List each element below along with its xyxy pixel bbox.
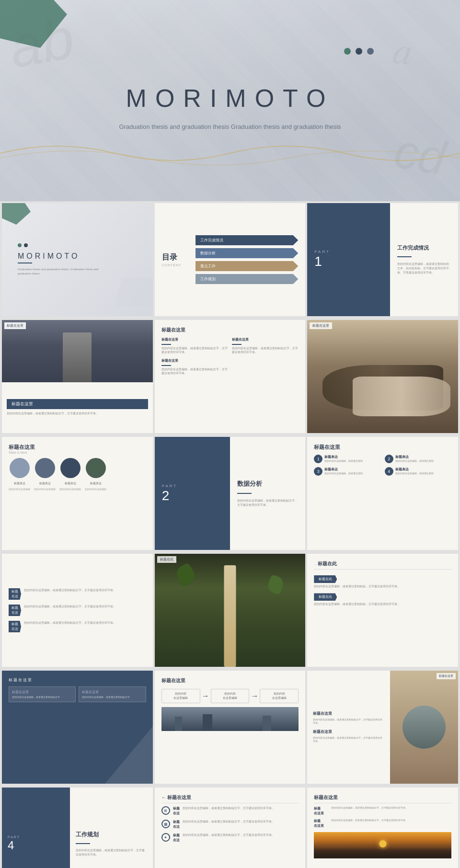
hero-slide: ab cd 𝑎 MORIMOTO Graduation thesis and g… (0, 0, 460, 201)
icon-list-item-1: ⊞ 标题在这 您的内容在这里编辑，或者通过复制粘贴文字，文字建议使用仿宋字体。 (161, 806, 299, 816)
hero-subtitle: Graduation thesis and graduation thesis … (119, 122, 341, 132)
numbered-heading: 标题在这里 (314, 444, 451, 451)
arrow-tag-1: 标题在此 您的内容在这里编辑，或者通过复制粘贴，文字建议使用仿宋字体。 (314, 573, 451, 588)
part1-label: PART (314, 250, 383, 254)
toc-label: 目录 (162, 252, 188, 263)
slide-flow-arrows: 标题在这里 您的内容在这里编辑 → 您的内容在这里编辑 → 您的内容在这里编辑 (155, 671, 306, 784)
slides-row6: PART 4 工作规划 您的内容在这里编辑，或者通过复制粘贴文字，文字建议使用仿… (0, 786, 460, 868)
mini-title: MORIMOTO (18, 252, 137, 261)
icon-list-item-3: ✦ 标题在这 您的内容在这里编辑，或者通过复制粘贴文字，文字建议使用仿宋字体。 (161, 833, 299, 843)
slide-mini-morimoto: MORIMOTO Graduation-thesis and graduatio… (2, 203, 153, 316)
text-list-item-3: 标题在这 您的内容在这里编辑，或者通过复制粘贴文字，文字建议使用仿宋字体。 (9, 621, 146, 632)
part1-num: 1 (314, 254, 383, 269)
circle-item-3: 标题表达 您的内容在这里编辑 (59, 458, 81, 491)
slides-row2: 标题在这里 标题在这里 您的内容在这里编辑，或者通过复制粘贴文字，文字建议使用仿… (0, 318, 460, 435)
num-item-2: 2 标题表达 您的内容在这里编辑，或者通过复制 (385, 455, 451, 463)
text-list-item-2: 标题在这 您的内容在这里编辑，或者通过复制粘贴文字，文字建议使用仿宋字体。 (9, 605, 146, 616)
part4-desc: 您的内容在这里编辑，或者通过复制粘贴文字，文字建议使用仿宋字体。 (76, 848, 147, 857)
circles-heading: 标题在这里 (9, 444, 146, 451)
hero-title: MORIMOTO (126, 84, 334, 113)
slide-bottom-title: 标题在这里 (7, 399, 148, 409)
mini-subtitle: Graduation-thesis and graduation thesis,… (18, 267, 104, 276)
slide-text-list: 标题在这 您的内容在这里编辑，或者通过复制粘贴文字，文字建议使用仿宋字体。 标题… (2, 554, 153, 667)
slide-arrow-tags: → 标题在此 标题在此 您的内容在这里编辑，或者通过复制粘贴，文字建议使用仿宋字… (307, 554, 458, 667)
slide-numbered: 标题在这里 1 标题表达 您的内容在这里编辑，或者通过复制 2 标题表达 您的内… (307, 437, 458, 550)
circles-subheading: Slide is here (9, 451, 146, 454)
slides-row3: 标题在这里 Slide is here 标题表达 您的内容在这里编辑 标题表达 … (0, 435, 460, 552)
slides-row5: 标题在这里 标题在这里 您的内容在这里编辑，或者通过复制粘贴文字 标题在这里 您… (0, 669, 460, 786)
part2-desc: 您的内容在这里编辑，或者通过复制粘贴文字，文字建议使用仿宋字体。 (237, 499, 298, 507)
toc-sublabel: CONTENT (162, 263, 188, 267)
slide-bottom-text: 您的内容在这里编辑，或者通过复制粘贴文字，文字建议使用仿宋字体。 (7, 411, 148, 416)
slide-multi-text: 标题在这里 标题在这里 您的内容在这里编辑，或者通过复制粘贴文字，文字建议使用仿… (155, 320, 306, 433)
toc-item-4: 工作规划 (196, 274, 299, 284)
slide-shoes-photo: 标题在这里 (307, 320, 458, 433)
slide-circles: 标题在这里 Slide is here 标题表达 您的内容在这里编辑 标题表达 … (2, 437, 153, 550)
slides-grid: MORIMOTO Graduation-thesis and graduatio… (0, 201, 460, 318)
arrow-tag-2: 标题在此 您的内容在这里编辑，或者通过复制粘贴，文字建议使用仿宋字体。 (314, 591, 451, 606)
hero-dot-medium (367, 48, 374, 55)
slide-part1: PART 1 工作完成情况 您的内容在这里编辑，或者请过复制你的文本，在此处粘贴… (307, 203, 458, 316)
toc-item-3: 重点工作 (196, 261, 299, 271)
mini-dots (18, 243, 137, 247)
slide-part2: PART 2 数据分析 您的内容在这里编辑，或者通过复制粘贴文字，文字建议使用仿… (155, 437, 306, 550)
toc-item-2: 数据分析 (196, 248, 299, 258)
text-list-item-1: 标题在这 您的内容在这里编辑，或者通过复制粘贴文字，文字建议使用仿宋字体。 (9, 588, 146, 600)
hero-dots (344, 48, 374, 55)
num-item-4: 4 标题表达 您的内容在这里编辑，或者通过复制 (385, 467, 451, 476)
circle-item-1: 标题表达 您的内容在这里编辑 (9, 458, 30, 491)
slide-photo-text: 标题在这里 标题在这里 您的内容在这里编辑，或者通过复制粘贴文字，文字建议使用仿… (2, 320, 153, 433)
icon-list-item-2: ▦ 标题在这 您的内容在这里编辑，或者通过复制粘贴文字，文字建议使用仿宋字体。 (161, 820, 299, 829)
hero-dot-dark (356, 48, 362, 55)
slide-icon-list: ← 标题在这里 ⊞ 标题在这 您的内容在这里编辑，或者通过复制粘贴文字，文字建议… (155, 788, 306, 868)
slide-toc: 目录 CONTENT 工作完成情况 数据分析 重点工作 工作规划 (155, 203, 306, 316)
slides-row4: 标题在这 您的内容在这里编辑，或者通过复制粘贴文字，文字建议使用仿宋字体。 标题… (0, 552, 460, 669)
circle-item-4: 标题表达 您的内容在这里编辑 (85, 458, 106, 491)
num-item-1: 1 标题表达 您的内容在这里编辑，或者通过复制 (314, 455, 380, 463)
part1-desc: 您的内容在这里编辑，或者请过复制你的文本，在此处粘贴，文字建议使用仿宋字体。字里… (397, 262, 451, 275)
slide-dark-triangle: 标题在这里 标题在这里 您的内容在这里编辑，或者通过复制粘贴文字 标题在这里 您… (2, 671, 153, 784)
hero-dot-green (344, 48, 351, 55)
slide-plant-photo: 标题在此 (155, 554, 306, 667)
part2-title: 数据分析 (237, 480, 298, 488)
slide-part4: PART 4 工作规划 您的内容在这里编辑，或者通过复制粘贴文字，文字建议使用仿… (2, 788, 153, 868)
part4-title: 工作规划 (76, 831, 147, 839)
slide-card-highlight: 标题在这里 标题在这里 您的内容在这里编辑，或者通过复制粘贴文字，文字建议使用仿… (307, 788, 458, 868)
slide-side-image: 标题在这里 您的内容在这里编辑，或者通过复制粘贴文字，文字建议使用仿宋字体。 标… (307, 671, 458, 784)
part1-title: 工作完成情况 (397, 244, 451, 251)
toc-item-1: 工作完成情况 (196, 235, 299, 245)
circle-item-2: 标题表达 您的内容在这里编辑 (34, 458, 56, 491)
num-item-3: 3 标题表达 您的内容在这里编辑，或者通过复制 (314, 467, 380, 476)
